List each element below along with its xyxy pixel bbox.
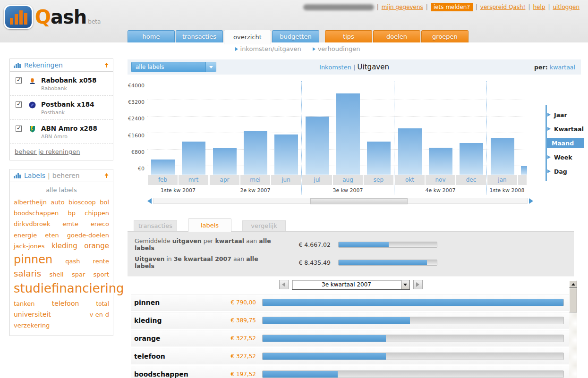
granularity-maand[interactable]: Maand xyxy=(547,138,584,148)
cloud-tag-jack-jones[interactable]: jack-jones xyxy=(14,243,45,250)
chart-bar-sep[interactable] xyxy=(367,142,391,175)
chart-bar-mei[interactable] xyxy=(244,131,267,175)
subnav-inkomsten-uitgaven[interactable]: inkomsten/uitgaven xyxy=(235,45,301,52)
list-scrollbar-track[interactable] xyxy=(569,312,577,378)
cloud-tag-dirkvdbroek[interactable]: dirkvdbroek xyxy=(14,220,50,227)
next-period-button[interactable] xyxy=(413,280,423,289)
granularity-dag[interactable]: Dag xyxy=(547,164,584,178)
per-value-link[interactable]: kwartaal xyxy=(550,64,575,71)
chart-filter-strip: alle labels Inkomsten | Uitgaven per: kw… xyxy=(128,59,581,75)
granularity-jaar[interactable]: Jaar xyxy=(547,108,584,122)
cloud-tag-boodschappen[interactable]: boodschappen xyxy=(14,210,59,217)
cloud-tag-kleding[interactable]: kleding xyxy=(51,242,77,250)
period-select[interactable]: 3e kwartaal 2007 xyxy=(292,280,410,290)
cloud-tag-pinnen[interactable]: pinnen xyxy=(14,253,52,266)
cloud-tag-sport[interactable]: sport xyxy=(94,271,109,278)
tab-tips[interactable]: tips xyxy=(325,30,372,42)
tab-budgetten[interactable]: budgetten xyxy=(272,30,319,42)
user-link-verspreid-qash-[interactable]: verspreid Qash! xyxy=(480,4,526,10)
label-row-fill xyxy=(263,317,410,324)
cloud-tag-bp[interactable]: bp xyxy=(68,210,76,217)
chart-bar-jul[interactable] xyxy=(306,117,329,175)
inkomsten-link[interactable]: Inkomsten xyxy=(319,64,351,71)
lower-tab-labels[interactable]: labels xyxy=(188,218,231,232)
scrollbar-thumb[interactable] xyxy=(310,198,408,204)
labels-box-header: Labels | beheren xyxy=(10,169,113,182)
cloud-tag-eneco[interactable]: eneco xyxy=(91,220,109,227)
cloud-tag-energie[interactable]: energie xyxy=(14,232,37,239)
scrollbar-track[interactable] xyxy=(153,198,528,204)
label-row-amount: € 389,75 xyxy=(218,317,256,324)
chart-bar-apr[interactable] xyxy=(213,148,237,175)
tab-groepen[interactable]: groepen xyxy=(421,30,469,42)
account-bank: Rabobank xyxy=(41,85,96,92)
cloud-tag-tanken[interactable]: tanken xyxy=(14,300,35,307)
account-checkbox[interactable] xyxy=(16,126,22,132)
uitgaven-active[interactable]: Uitgaven xyxy=(358,63,389,71)
previous-period-button[interactable] xyxy=(279,280,289,289)
chart-bar-jan[interactable] xyxy=(491,138,514,175)
cloud-tag-goede-doelen[interactable]: goede-doelen xyxy=(67,232,109,239)
scroll-up-icon[interactable] xyxy=(569,280,577,288)
cloud-tag-telefoon[interactable]: telefoon xyxy=(52,300,79,307)
cloud-tag-total[interactable]: total xyxy=(96,301,109,307)
all-labels-option[interactable]: alle labels xyxy=(10,186,113,193)
cloud-tag-rente[interactable]: rente xyxy=(93,258,109,265)
cloud-tag-universiteit[interactable]: universiteit xyxy=(14,311,51,318)
manage-accounts-link[interactable]: beheer je rekeningen xyxy=(10,143,113,160)
cloud-tag-salaris[interactable]: salaris xyxy=(14,269,41,278)
select-arrow-icon[interactable] xyxy=(401,280,409,289)
lower-tab-vergelijk[interactable]: vergelijk xyxy=(242,220,286,231)
lower-tab-transacties[interactable]: transacties xyxy=(134,220,177,231)
user-link-help[interactable]: help xyxy=(533,4,545,10)
account-checkbox[interactable] xyxy=(16,101,22,108)
cloud-tag-spar[interactable]: spar xyxy=(72,271,85,278)
tab-home[interactable]: home xyxy=(128,30,175,42)
cloud-tag-chippen[interactable]: chippen xyxy=(85,210,109,217)
cloud-tag-verzekering[interactable]: verzekering xyxy=(14,322,50,329)
user-link-uitloggen[interactable]: uitloggen xyxy=(553,4,579,10)
user-link-mijn-gegevens[interactable]: mijn gegevens xyxy=(382,4,423,10)
y-tick-label: €2400 xyxy=(128,116,145,122)
cloud-tag-studiefinanciering[interactable]: studiefinanciering xyxy=(14,281,124,295)
cloud-tag-qash[interactable]: qash xyxy=(65,258,80,265)
tab-transacties[interactable]: transacties xyxy=(176,30,223,42)
cloud-tag-orange[interactable]: orange xyxy=(84,242,109,250)
manage-labels-link[interactable]: beheren xyxy=(52,172,80,179)
chart-bar-jun[interactable] xyxy=(274,134,298,175)
chart-bar-feb[interactable] xyxy=(151,160,175,175)
chart-bar-feb[interactable] xyxy=(521,166,527,175)
cloud-tag-auto[interactable]: auto xyxy=(51,199,64,206)
cloud-tag-bol[interactable]: bol xyxy=(100,199,109,206)
summary-row: Gemiddelde uitgaven per kwartaal aan all… xyxy=(128,237,574,252)
tab-overzicht[interactable]: overzicht xyxy=(224,30,271,44)
chart-bar-okt[interactable] xyxy=(398,128,422,175)
chart-bar-mrt[interactable] xyxy=(182,142,205,175)
chart-bar-nov[interactable] xyxy=(429,148,452,175)
granularity-kwartaal[interactable]: Kwartaal xyxy=(547,122,584,136)
summary-text: Uitgaven in 3e kwartaal 2007 aan alle la… xyxy=(128,255,279,269)
user-link-iets-melden-[interactable]: iets melden? xyxy=(431,3,473,11)
month-band: julaugsep xyxy=(302,175,394,185)
logo-bar xyxy=(10,18,13,25)
scroll-left-icon[interactable] xyxy=(147,198,152,204)
cloud-tag-eten[interactable]: eten xyxy=(45,232,59,239)
cloud-tag-bioscoop[interactable]: bioscoop xyxy=(68,199,96,206)
list-scrollbar-thumb[interactable] xyxy=(569,288,577,312)
chart-bar-dec[interactable] xyxy=(460,143,483,175)
subnav-verhoudingen[interactable]: verhoudingen xyxy=(313,45,360,52)
accounts-box-header: Rekeningen xyxy=(10,59,113,72)
granularity-week[interactable]: Week xyxy=(547,150,584,164)
account-checkbox[interactable] xyxy=(16,77,22,84)
collapse-up-icon[interactable] xyxy=(104,62,109,68)
cloud-tag-emte[interactable]: emte xyxy=(62,220,78,227)
chart-bar-aug[interactable] xyxy=(336,93,360,175)
qash-logo[interactable]: Qashbeta xyxy=(4,5,101,29)
summary-text-part: per xyxy=(202,237,215,244)
collapse-up-icon[interactable] xyxy=(104,173,109,178)
cloud-tag-albertheijn[interactable]: albertheijn xyxy=(14,199,47,206)
tab-doelen[interactable]: doelen xyxy=(373,30,420,42)
scroll-right-icon[interactable] xyxy=(529,198,533,204)
cloud-tag-v-en-d[interactable]: v-en-d xyxy=(90,311,109,318)
cloud-tag-shell[interactable]: shell xyxy=(49,271,63,278)
